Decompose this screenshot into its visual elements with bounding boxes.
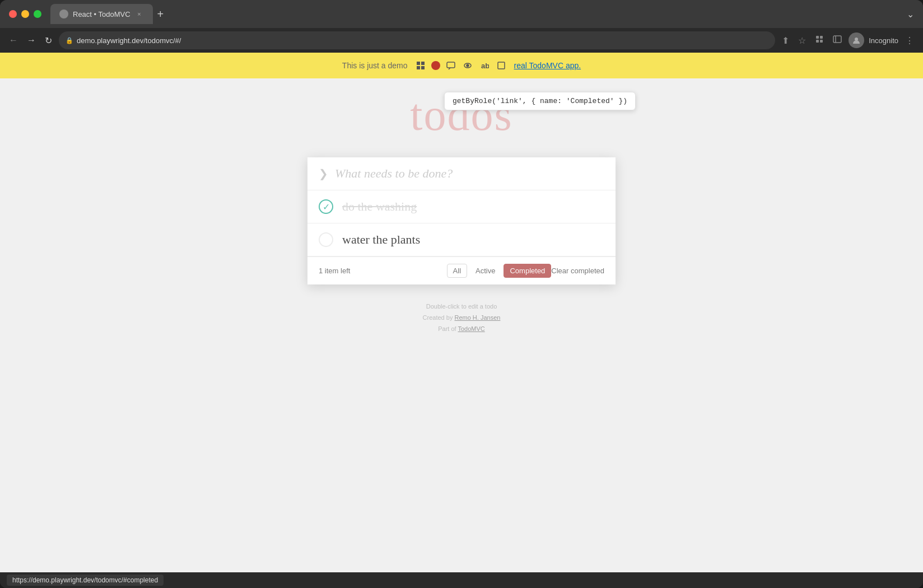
incognito-label: Incognito bbox=[869, 36, 898, 45]
app-body: todos ❯ What needs to be done? ✓ do the … bbox=[0, 78, 923, 346]
tab-favicon bbox=[59, 10, 68, 18]
svg-point-14 bbox=[467, 64, 469, 67]
address-bar: ← → ↻ 🔒 demo.playwright.dev/todomvc/#/ ⬆… bbox=[0, 28, 923, 53]
demo-banner: This is just a demo bbox=[0, 53, 923, 78]
items-left-count: 1 item left bbox=[319, 267, 447, 275]
tab-title: React • TodoMVC bbox=[73, 10, 130, 18]
new-todo-placeholder: What needs to be done? bbox=[335, 166, 453, 181]
comment-icon[interactable] bbox=[445, 59, 457, 72]
browser-window: React • TodoMVC × + ⌄ ← → ↻ 🔒 demo.playw… bbox=[0, 0, 923, 588]
footer-line-2: Created by Remo H. Jansen bbox=[423, 312, 501, 324]
todomvc-link[interactable]: TodoMVC bbox=[458, 325, 484, 332]
created-by-label: Created by bbox=[423, 314, 455, 321]
app-footer: Double-click to edit a todo Created by R… bbox=[423, 301, 501, 334]
sidebar-button[interactable] bbox=[831, 32, 844, 48]
url-text: demo.playwright.dev/todomvc/#/ bbox=[77, 36, 181, 45]
traffic-lights bbox=[9, 10, 41, 18]
author-link[interactable]: Remo H. Jansen bbox=[454, 314, 500, 321]
page-content: This is just a demo bbox=[0, 53, 923, 572]
lock-icon: 🔒 bbox=[66, 37, 73, 44]
todo-container: ❯ What needs to be done? ✓ do the washin… bbox=[307, 157, 616, 284]
todo-checkbox-2[interactable] bbox=[319, 232, 333, 247]
part-of-label: Part of bbox=[438, 325, 458, 332]
profile-avatar[interactable] bbox=[849, 32, 864, 48]
svg-point-0 bbox=[61, 11, 67, 17]
address-actions: ⬆ ☆ bbox=[780, 32, 916, 48]
active-tab[interactable]: React • TodoMVC × bbox=[50, 4, 153, 24]
tab-bar: React • TodoMVC × + ⌄ bbox=[50, 4, 914, 24]
status-bar: https://demo.playwright.dev/todomvc/#com… bbox=[0, 572, 923, 588]
url-bar[interactable]: 🔒 demo.playwright.dev/todomvc/#/ bbox=[59, 31, 775, 49]
todo-text-2: water the plants bbox=[342, 232, 420, 247]
filter-completed-button[interactable]: Completed bbox=[504, 264, 551, 278]
svg-rect-12 bbox=[447, 62, 455, 68]
filter-buttons: All Active Completed bbox=[447, 264, 552, 278]
svg-rect-4 bbox=[820, 40, 823, 43]
svg-rect-9 bbox=[421, 62, 425, 65]
playwright-tooltip: getByRole('link', { name: 'Completed' }) bbox=[444, 92, 636, 110]
back-button[interactable]: ← bbox=[7, 33, 20, 48]
svg-rect-16 bbox=[498, 62, 505, 69]
record-square-icon[interactable] bbox=[495, 59, 507, 72]
refresh-button[interactable]: ↻ bbox=[43, 33, 54, 48]
filter-active-button[interactable]: Active bbox=[469, 264, 501, 278]
new-tab-button[interactable]: + bbox=[153, 8, 169, 20]
playwright-toolbar: ab bbox=[414, 59, 507, 72]
todo-input-area: ❯ What needs to be done? bbox=[307, 157, 616, 190]
eye-icon[interactable] bbox=[462, 59, 474, 72]
bookmark-button[interactable]: ☆ bbox=[796, 33, 808, 48]
svg-rect-1 bbox=[816, 36, 819, 39]
svg-rect-3 bbox=[816, 40, 819, 43]
status-url: https://demo.playwright.dev/todomvc/#com… bbox=[7, 575, 164, 586]
footer-line-1: Double-click to edit a todo bbox=[423, 301, 501, 312]
svg-rect-10 bbox=[417, 66, 420, 69]
filter-all-button[interactable]: All bbox=[447, 264, 467, 278]
forward-button[interactable]: → bbox=[25, 33, 38, 48]
title-bar: React • TodoMVC × + ⌄ bbox=[0, 0, 923, 28]
text-format-icon[interactable]: ab bbox=[478, 59, 491, 72]
tab-menu-button[interactable]: ⌄ bbox=[907, 9, 914, 20]
svg-rect-5 bbox=[833, 36, 841, 43]
minimize-button[interactable] bbox=[21, 10, 29, 18]
clear-completed-button[interactable]: Clear completed bbox=[551, 267, 604, 275]
real-app-link[interactable]: real TodoMVC app. bbox=[514, 61, 581, 70]
svg-rect-2 bbox=[820, 36, 823, 39]
footer-line-3: Part of TodoMVC bbox=[423, 324, 501, 335]
svg-text:ab: ab bbox=[481, 62, 489, 70]
more-button[interactable]: ⋮ bbox=[903, 33, 916, 48]
todo-footer: 1 item left All Active Completed Clear c… bbox=[307, 256, 616, 284]
extension-button[interactable] bbox=[813, 32, 826, 48]
todo-item: ✓ do the washing bbox=[307, 190, 616, 223]
todo-checkbox-1[interactable]: ✓ bbox=[319, 199, 333, 214]
share-button[interactable]: ⬆ bbox=[780, 33, 791, 48]
maximize-button[interactable] bbox=[34, 10, 41, 18]
todo-item: water the plants bbox=[307, 223, 616, 256]
demo-text: This is just a demo bbox=[342, 61, 408, 70]
record-icon[interactable] bbox=[431, 61, 440, 70]
grid-icon[interactable] bbox=[414, 59, 427, 72]
svg-rect-8 bbox=[417, 62, 420, 65]
checkmark-icon: ✓ bbox=[323, 202, 330, 212]
close-button[interactable] bbox=[9, 10, 17, 18]
todo-text-1: do the washing bbox=[342, 199, 417, 214]
svg-rect-11 bbox=[421, 66, 425, 69]
tooltip-text: getByRole('link', { name: 'Completed' }) bbox=[453, 97, 627, 105]
close-tab-button[interactable]: × bbox=[135, 10, 144, 18]
